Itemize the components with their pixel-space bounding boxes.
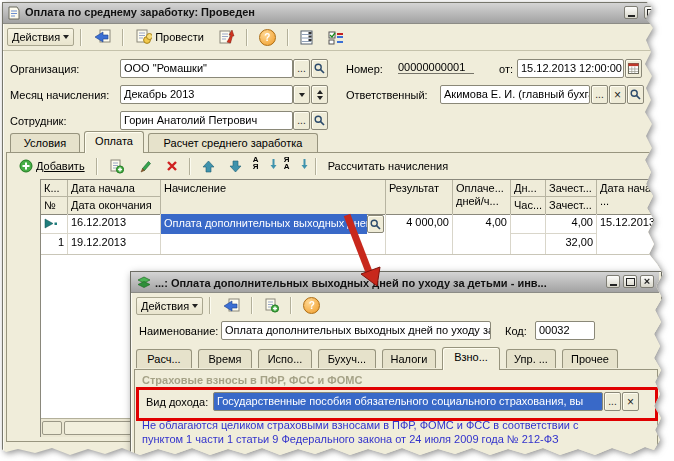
- dialog-tab-accounting[interactable]: Бухуч...: [318, 349, 376, 368]
- col-header-paid-days[interactable]: Оплаче... дней/ч...: [453, 180, 511, 214]
- calculate-accruals-button[interactable]: Рассчитать начисления: [323, 157, 454, 175]
- calendar-button[interactable]: [625, 59, 642, 78]
- write-icon: [93, 29, 111, 45]
- result-cell[interactable]: 4 000,00: [386, 214, 453, 254]
- dialog-write-button[interactable]: [217, 295, 245, 317]
- month-spinner[interactable]: [311, 85, 328, 104]
- days-cell[interactable]: [511, 214, 546, 234]
- tab-conditions[interactable]: Условия: [10, 133, 80, 152]
- chevron-down-icon: [299, 93, 305, 97]
- col-header-date-start2[interactable]: Дата начала ...: [597, 180, 671, 214]
- col-header-days[interactable]: Дн...: [511, 180, 546, 197]
- accrual-cell-selected-text[interactable]: Оплата дополнительных выходных дней: [161, 214, 367, 234]
- responsible-open-button[interactable]: [627, 85, 644, 104]
- delete-row-button[interactable]: [161, 157, 183, 175]
- column-settings-button[interactable]: [323, 27, 349, 48]
- col-header-result[interactable]: Результат: [386, 180, 453, 214]
- dialog-tab-calculation[interactable]: Расч...: [136, 349, 192, 368]
- maximize-button[interactable]: [644, 6, 658, 19]
- grid-toolbar: Добавить А Я Я А Рассчитать начис: [10, 155, 638, 177]
- actions-label: Действия: [12, 31, 60, 43]
- org-input[interactable]: ООО "Ромашки": [120, 59, 293, 78]
- dialog-copy-button[interactable]: [259, 295, 284, 316]
- list-settings-icon: [300, 30, 314, 45]
- chevron-down-icon: [63, 35, 69, 39]
- org-choose-button[interactable]: ...: [293, 59, 310, 78]
- col-header-hours[interactable]: Час...: [511, 197, 546, 214]
- employee-open-button[interactable]: [311, 111, 328, 130]
- dialog-tab-other[interactable]: Прочее: [562, 349, 618, 368]
- responsible-label: Ответственный:: [346, 89, 428, 101]
- date-prefix-label: от:: [499, 63, 513, 75]
- post-icon: [135, 29, 152, 45]
- dialog-actions-button[interactable]: Действия: [136, 297, 203, 315]
- responsible-clear-button[interactable]: ×: [609, 85, 626, 104]
- name-input[interactable]: Оплата дополнительных выходных дней по у…: [221, 321, 491, 340]
- col-header-num[interactable]: №: [41, 197, 68, 214]
- col-header-k[interactable]: К...: [41, 180, 68, 197]
- col-header-date-start[interactable]: Дата начала: [68, 180, 161, 197]
- date-start2-cell[interactable]: 15.12.2013: [597, 214, 671, 254]
- move-down-button[interactable]: [224, 157, 247, 176]
- sort-descending-button[interactable]: Я А: [282, 155, 309, 177]
- dialog-tab-contributions[interactable]: Взно...: [442, 347, 500, 370]
- arrow-down-icon: [229, 160, 242, 173]
- income-choose-button[interactable]: ...: [604, 392, 621, 411]
- responsible-input[interactable]: Акимова Е. И. (главный бухгалте: [440, 85, 590, 104]
- scrollbar-button[interactable]: [42, 421, 62, 435]
- paid-days-cell[interactable]: 4,00: [453, 214, 511, 254]
- org-open-button[interactable]: [311, 59, 328, 78]
- dialog-tab-usage[interactable]: Испо...: [258, 349, 312, 368]
- move-up-button[interactable]: [197, 157, 220, 176]
- column-settings-icon: [328, 30, 344, 45]
- accrual-cell[interactable]: Оплата дополнительных выходных дней: [161, 214, 386, 254]
- number-value[interactable]: 00000000001: [398, 61, 474, 74]
- copy-row-button[interactable]: [104, 156, 129, 177]
- code-input[interactable]: 00032: [535, 321, 595, 340]
- maximize-icon: [626, 278, 635, 286]
- date-end-cell[interactable]: 19.12.2013: [68, 234, 161, 254]
- magnifier-icon: [314, 115, 325, 126]
- employee-input[interactable]: Горин Анатолий Петрович: [120, 111, 293, 130]
- spinner-down-icon: [317, 96, 323, 100]
- edit-row-button[interactable]: [133, 156, 157, 176]
- col-header-offset-hours[interactable]: Зачест...: [546, 197, 597, 214]
- month-label: Месяц начисления:: [10, 89, 109, 101]
- offset-days-cell[interactable]: 4,00: [546, 214, 597, 234]
- dialog-tab-management[interactable]: Упр. ...: [506, 349, 556, 368]
- delete-icon: [166, 160, 178, 172]
- dialog-tab-time[interactable]: Время: [198, 349, 252, 368]
- dialog-help-button[interactable]: ?: [298, 294, 325, 317]
- col-header-accrual[interactable]: Начисление: [161, 180, 386, 214]
- main-toolbar: Действия Провести ?: [3, 24, 651, 51]
- tab-payment[interactable]: Оплата: [84, 131, 144, 153]
- employee-choose-button[interactable]: ...: [293, 111, 310, 130]
- month-input[interactable]: Декабрь 2013: [120, 85, 293, 104]
- list-settings-button[interactable]: [295, 27, 319, 48]
- responsible-choose-button[interactable]: ...: [591, 85, 608, 104]
- post-button[interactable]: Провести: [130, 26, 209, 48]
- offset-hours-cell[interactable]: 32,00: [546, 234, 597, 254]
- dialog-tab-taxes[interactable]: Налоги: [382, 349, 436, 368]
- accrual-open-button[interactable]: [367, 215, 384, 233]
- post-close-button[interactable]: [213, 26, 240, 48]
- date-start-cell[interactable]: 16.12.2013: [68, 214, 161, 234]
- write-button[interactable]: [88, 26, 116, 48]
- actions-button[interactable]: Действия: [7, 28, 74, 46]
- minimize-button[interactable]: [624, 6, 638, 19]
- sort-ascending-button[interactable]: А Я: [251, 155, 278, 177]
- col-header-date-end[interactable]: Дата окончания: [68, 197, 161, 214]
- income-type-input[interactable]: Государственные пособия обязательного со…: [213, 392, 603, 411]
- col-header-offset-days[interactable]: Зачест...: [546, 180, 597, 197]
- help-button[interactable]: ?: [254, 26, 281, 49]
- add-row-button[interactable]: Добавить: [14, 156, 90, 176]
- doc-date-input[interactable]: 15.12.2013 12:00:00: [517, 59, 624, 78]
- tab-average-earnings[interactable]: Расчет среднего заработка: [148, 133, 318, 152]
- group-title: Страховые взносы в ПФР, ФСС и ФОМС: [142, 374, 362, 386]
- dialog-close-button[interactable]: ×: [640, 275, 654, 288]
- dialog-minimize-button[interactable]: [606, 275, 620, 288]
- hours-cell[interactable]: [511, 234, 546, 254]
- month-dropdown-button[interactable]: [293, 85, 310, 104]
- income-clear-button[interactable]: ×: [622, 392, 639, 411]
- dialog-maximize-button[interactable]: [623, 275, 637, 288]
